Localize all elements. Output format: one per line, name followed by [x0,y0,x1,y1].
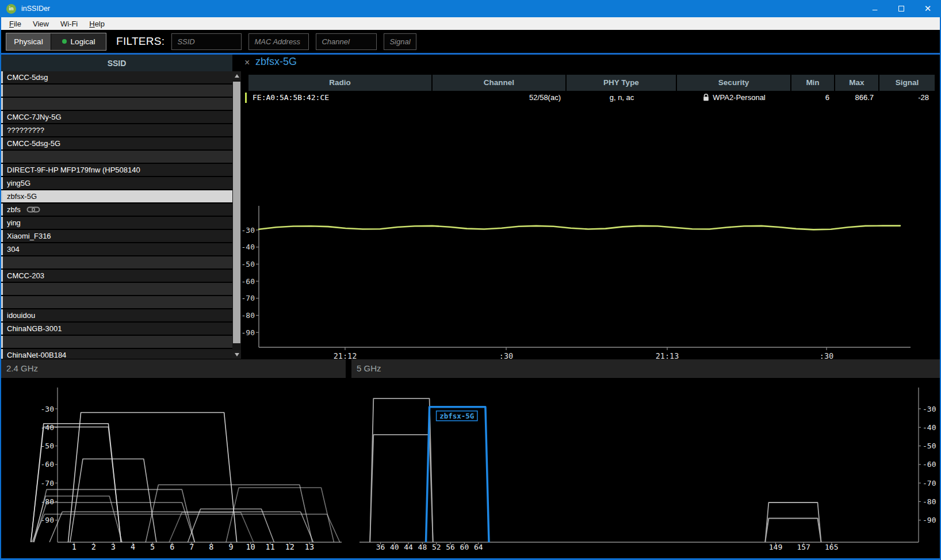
menu-item-wifi[interactable]: Wi-Fi [55,20,83,28]
series-color-marker [245,93,247,103]
svg-text:-90: -90 [41,516,54,524]
column-header-security[interactable]: Security [677,75,791,91]
close-button[interactable]: ✕ [915,0,941,17]
svg-text:-60: -60 [923,460,936,469]
network-detail-table: RadioChannelPHY TypeSecurityMinMaxSignal… [248,75,935,104]
tab-close-icon[interactable]: × [244,57,250,68]
ssid-label: CMCC-7JNy-5G [7,113,62,121]
table-row[interactable]: FE:A0:5A:5B:42:CE52/58(ac)g, n, acWPA2-P… [248,91,935,104]
menu-item-file[interactable]: File [3,20,27,28]
scroll-down-button[interactable] [232,350,241,359]
logical-toggle-button[interactable]: Logical [51,33,106,50]
ssid-row-cmcc-203[interactable]: CMCC-203 [1,270,232,282]
app-logo-icon: in [6,4,16,14]
svg-text:-50: -50 [242,260,255,269]
ssid-row-xiaomi-f316[interactable]: Xiaomi_F316 [1,230,232,242]
minimize-button[interactable]: – [862,0,888,17]
svg-text:3: 3 [111,542,116,551]
network-shape [370,435,433,542]
maximize-button[interactable] [888,0,915,17]
ssid-row-cmcc-5dsg-5g[interactable]: CMCC-5dsg-5G [1,137,232,149]
column-header-max[interactable]: Max [835,75,879,91]
band-panel-2-4ghz: 2.4 GHz -30-40-50-60-70-80-9012345678910… [1,359,346,558]
ssid-row-chinanet-00b184[interactable]: ChinaNet-00B184 [1,349,232,359]
max-rate-value: 866.7 [855,93,874,102]
ssid-label: ying [7,218,21,227]
ssid-row--[interactable]: ????????? [1,124,232,136]
ssid-row-ying5g[interactable]: ying5G [1,177,232,189]
ssid-row-zbfsx-5g[interactable]: zbfsx-5G [1,190,232,202]
ssid-label: idouidou [7,311,35,320]
signal-filter-input[interactable] [384,33,416,50]
band-title-2-4ghz: 2.4 GHz [1,359,346,378]
column-header-radio[interactable]: Radio [248,75,433,91]
selected-network-label: zbfsx-5G [439,412,474,420]
physical-toggle-button[interactable]: Physical [6,33,51,50]
scrollbar-thumb[interactable] [233,82,240,343]
menu-item-view[interactable]: View [27,20,55,28]
svg-text:-70: -70 [242,294,255,302]
ssid-label: CMCC-203 [7,271,44,280]
ssid-label: Xiaomi_F316 [7,232,51,240]
channel-filter-input[interactable] [316,33,377,50]
ssid-row-unnamed[interactable] [1,85,232,97]
ssid-row-unnamed[interactable] [1,283,232,295]
svg-text:5: 5 [150,542,155,551]
column-header-channel[interactable]: Channel [433,75,567,91]
column-header-phy-type[interactable]: PHY Type [567,75,677,91]
svg-text:-70: -70 [41,479,54,488]
arrow-down-icon [235,353,239,356]
menu-item-help[interactable]: Help [83,20,110,28]
ssid-row-cmcc-5dsg[interactable]: CMCC-5dsg [1,71,232,83]
ssid-row-chinangb-3001[interactable]: ChinaNGB-3001 [1,323,232,335]
ssid-row-unnamed[interactable] [1,336,232,348]
svg-text:-30: -30 [41,405,54,413]
mac-address-filter-input[interactable] [248,33,309,50]
column-header-min[interactable]: Min [791,75,835,91]
ssid-label: CMCC-5dsg [7,73,48,82]
ssid-label: CMCC-5dsg-5G [7,139,60,148]
column-header-signal[interactable]: Signal [879,75,935,91]
min-rate-value: 6 [825,93,829,102]
svg-text:21:12: 21:12 [334,351,357,359]
ssid-row-ying[interactable]: ying [1,217,232,229]
selected-network-shape [426,407,489,542]
ssid-filter-input[interactable] [171,33,242,50]
ssid-row-zbfs[interactable]: zbfs [1,204,232,216]
ssid-label: ChinaNet-00B184 [7,351,66,359]
tab-title[interactable]: zbfsx-5G [255,56,297,68]
svg-text:-50: -50 [41,442,54,450]
ssid-label: ????????? [7,126,44,135]
ssid-row-idouidou[interactable]: idouidou [1,309,232,321]
svg-text:64: 64 [474,543,483,551]
ssid-row-unnamed[interactable] [1,151,232,163]
svg-text::30: :30 [499,351,513,359]
svg-text:52: 52 [432,543,441,551]
ssid-label: DIRECT-9F-HP MFP179fnw (HP508140 [7,166,140,174]
window-border-left [0,17,1,558]
ssid-row-304[interactable]: 304 [1,243,232,255]
ssid-scrollbar[interactable] [232,71,241,359]
ssid-label: 304 [7,245,20,254]
logical-label: Logical [71,37,95,46]
ssid-row-cmcc-7jny-5g[interactable]: CMCC-7JNy-5G [1,111,232,123]
window-controls: – ✕ [862,0,941,17]
svg-text:12: 12 [285,542,294,551]
svg-text:-80: -80 [242,311,255,320]
svg-text:157: 157 [797,543,810,551]
ssid-row-direct-9f-hp-mfp179fnw-hp508140[interactable]: DIRECT-9F-HP MFP179fnw (HP508140 [1,164,232,176]
scroll-up-button[interactable] [232,71,241,80]
ssid-row-unnamed[interactable] [1,98,232,110]
menu-bar: FileViewWi-FiHelp [0,17,941,30]
window-title: inSSIDer [21,5,50,13]
ssid-row-unnamed[interactable] [1,256,232,269]
svg-text:1: 1 [72,542,76,551]
svg-text:8: 8 [209,542,213,551]
network-shape [765,519,821,543]
svg-text:40: 40 [390,543,399,551]
ssid-row-unnamed[interactable] [1,296,232,308]
table-header-row: RadioChannelPHY TypeSecurityMinMaxSignal [248,75,935,91]
ssid-column-header[interactable]: SSID [1,55,232,71]
ssid-label: zbfs [7,205,21,214]
phy-type-value: g, n, ac [610,93,634,102]
